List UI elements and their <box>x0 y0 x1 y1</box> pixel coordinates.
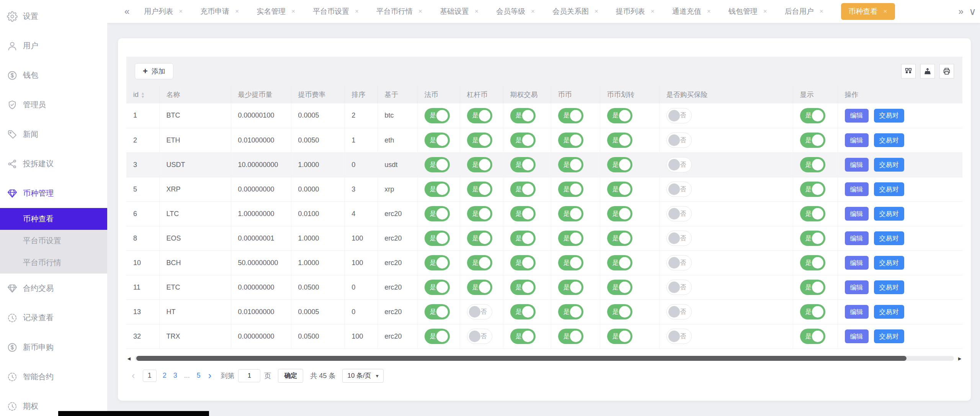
trading-pair-button[interactable]: 交易对 <box>874 182 904 196</box>
sidebar-item-contract-trade[interactable]: 合约交易 <box>0 274 107 303</box>
insurance-toggle[interactable]: 否 <box>666 329 692 344</box>
spot-toggle[interactable]: 是 <box>558 255 583 270</box>
display-toggle[interactable]: 是 <box>800 133 825 148</box>
tab-platform-coin-settings[interactable]: 平台币设置× <box>313 7 359 16</box>
scrollbar-thumb[interactable] <box>136 356 906 361</box>
insurance-toggle[interactable]: 否 <box>666 231 692 246</box>
trading-pair-button[interactable]: 交易对 <box>874 158 904 172</box>
tab-close-icon[interactable]: × <box>651 8 655 15</box>
tab-close-icon[interactable]: × <box>820 8 823 15</box>
edit-button[interactable]: 编辑 <box>845 109 869 123</box>
fiat-toggle[interactable]: 是 <box>425 133 450 148</box>
insurance-toggle[interactable]: 否 <box>666 255 692 270</box>
tab-close-icon[interactable]: × <box>707 8 711 15</box>
transfer-toggle[interactable]: 是 <box>607 108 632 123</box>
edit-button[interactable]: 编辑 <box>845 231 869 245</box>
insurance-toggle[interactable]: 否 <box>666 157 692 172</box>
transfer-toggle[interactable]: 是 <box>607 231 632 246</box>
tab-basic-settings[interactable]: 基础设置× <box>440 7 479 16</box>
trading-pair-button[interactable]: 交易对 <box>874 256 904 270</box>
display-toggle[interactable]: 是 <box>800 280 825 295</box>
sidebar-item-wallet[interactable]: 钱包 <box>0 61 107 90</box>
leverage-toggle[interactable]: 否 <box>467 304 492 319</box>
scroll-left-icon[interactable]: ◄ <box>126 356 132 361</box>
fiat-toggle[interactable]: 是 <box>425 280 450 295</box>
scroll-right-icon[interactable]: ► <box>957 356 962 361</box>
sidebar-item-smart-contract[interactable]: 智能合约 <box>0 362 107 391</box>
sidebar-item-coin-manage[interactable]: 币种管理 <box>0 179 107 208</box>
option_trade-toggle[interactable]: 是 <box>510 255 536 270</box>
spot-toggle[interactable]: 是 <box>558 157 583 172</box>
tab-close-icon[interactable]: × <box>235 8 239 15</box>
fiat-toggle[interactable]: 是 <box>425 157 450 172</box>
display-toggle[interactable]: 是 <box>800 304 825 319</box>
jump-page-input[interactable] <box>238 369 260 382</box>
tab-close-icon[interactable]: × <box>595 8 598 15</box>
leverage-toggle[interactable]: 否 <box>467 329 492 344</box>
sidebar-subitem-coin-view[interactable]: 币种查看 <box>0 208 107 230</box>
trading-pair-button[interactable]: 交易对 <box>874 329 904 343</box>
spot-toggle[interactable]: 是 <box>558 304 583 319</box>
edit-button[interactable]: 编辑 <box>845 305 869 319</box>
tab-close-icon[interactable]: × <box>179 8 183 15</box>
leverage-toggle[interactable]: 是 <box>467 182 492 197</box>
insurance-toggle[interactable]: 否 <box>666 206 692 221</box>
leverage-toggle[interactable]: 是 <box>467 206 492 221</box>
next-page-icon[interactable]: › <box>208 370 212 382</box>
insurance-toggle[interactable]: 否 <box>666 133 692 148</box>
leverage-toggle[interactable]: 是 <box>467 157 492 172</box>
spot-toggle[interactable]: 是 <box>558 329 583 344</box>
page-button-3[interactable]: 3 <box>173 372 177 380</box>
tab-backend-users[interactable]: 后台用户× <box>785 7 823 16</box>
leverage-toggle[interactable]: 是 <box>467 108 492 123</box>
trading-pair-button[interactable]: 交易对 <box>874 305 904 319</box>
leverage-toggle[interactable]: 是 <box>467 255 492 270</box>
tab-member-level[interactable]: 会员等级× <box>496 7 535 16</box>
option_trade-toggle[interactable]: 是 <box>510 133 536 148</box>
transfer-toggle[interactable]: 是 <box>607 255 632 270</box>
sidebar-item-suggestions[interactable]: 投拆建议 <box>0 149 107 179</box>
tab-close-icon[interactable]: × <box>355 8 359 15</box>
fiat-toggle[interactable]: 是 <box>425 255 450 270</box>
tabs-dropdown-icon[interactable]: ∨ <box>969 6 976 18</box>
export-button[interactable] <box>920 64 935 79</box>
sidebar-item-users[interactable]: 用户 <box>0 31 107 61</box>
edit-button[interactable]: 编辑 <box>845 158 869 172</box>
sidebar-item-record-view[interactable]: 记录查看 <box>0 303 107 332</box>
insurance-toggle[interactable]: 否 <box>666 280 692 295</box>
page-size-select[interactable]: 10 条/页 ▾ <box>342 369 383 383</box>
trading-pair-button[interactable]: 交易对 <box>874 109 904 123</box>
display-toggle[interactable]: 是 <box>800 255 825 270</box>
page-button-5[interactable]: 5 <box>197 372 201 380</box>
display-toggle[interactable]: 是 <box>800 157 825 172</box>
edit-button[interactable]: 编辑 <box>845 182 869 196</box>
tab-member-relation[interactable]: 会员关系图× <box>552 7 598 16</box>
tab-channel-deposit[interactable]: 通道充值× <box>672 7 711 16</box>
tab-coin-view[interactable]: 币种查看× <box>841 3 895 20</box>
tab-close-icon[interactable]: × <box>884 8 887 15</box>
confirm-button[interactable]: 确定 <box>278 369 303 383</box>
fiat-toggle[interactable]: 是 <box>425 231 450 246</box>
fiat-toggle[interactable]: 是 <box>425 304 450 319</box>
tab-close-icon[interactable]: × <box>475 8 479 15</box>
spot-toggle[interactable]: 是 <box>558 133 583 148</box>
tab-close-icon[interactable]: × <box>531 8 535 15</box>
fiat-toggle[interactable]: 是 <box>425 182 450 197</box>
edit-button[interactable]: 编辑 <box>845 280 869 294</box>
option_trade-toggle[interactable]: 是 <box>510 157 536 172</box>
tab-user-list[interactable]: 用户列表× <box>144 7 183 16</box>
display-toggle[interactable]: 是 <box>800 206 825 221</box>
edit-button[interactable]: 编辑 <box>845 133 869 147</box>
sidebar-subitem-platform-coin-settings[interactable]: 平台币设置 <box>0 230 107 252</box>
transfer-toggle[interactable]: 是 <box>607 304 632 319</box>
prev-page-icon[interactable]: ‹ <box>132 370 135 382</box>
edit-button[interactable]: 编辑 <box>845 207 869 221</box>
option_trade-toggle[interactable]: 是 <box>510 304 536 319</box>
display-toggle[interactable]: 是 <box>800 329 825 344</box>
collapse-tabs-icon[interactable]: « <box>124 6 129 17</box>
insurance-toggle[interactable]: 否 <box>666 108 692 123</box>
expand-tabs-icon[interactable]: » <box>959 6 964 17</box>
spot-toggle[interactable]: 是 <box>558 182 583 197</box>
leverage-toggle[interactable]: 是 <box>467 280 492 295</box>
tab-close-icon[interactable]: × <box>418 8 422 15</box>
